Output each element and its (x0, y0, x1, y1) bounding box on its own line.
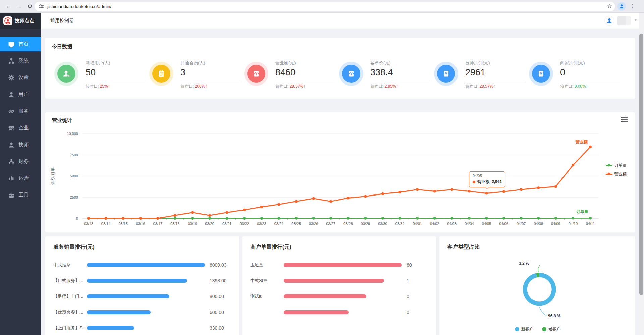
old-customer-dot-icon (542, 327, 546, 331)
site-settings-icon[interactable] (39, 4, 44, 9)
ranking-bar (284, 279, 384, 283)
sidebar-item-operations[interactable]: 运营 (0, 171, 41, 185)
ranking-bar-track (87, 310, 205, 314)
header-dropdown-caret-icon[interactable]: ▾ (635, 18, 637, 22)
svg-text:03/30: 03/30 (378, 222, 387, 226)
browser-profile-avatar[interactable] (617, 2, 626, 11)
ranking-row-value: 60 (407, 262, 412, 268)
ranking-bar (87, 263, 205, 267)
sidebar-item-system[interactable]: 系统 (0, 54, 41, 68)
page-scrollbar-track[interactable] (639, 13, 644, 335)
ranking-bar-track (87, 294, 205, 298)
ranking-row-label: 中式SPA (250, 278, 284, 284)
sidebar-item-tools[interactable]: 工具 (0, 188, 41, 202)
page-scrollbar-thumb[interactable] (639, 34, 643, 295)
svg-text:03/22: 03/22 (240, 222, 249, 226)
stat-value: 50 (86, 67, 145, 78)
app-header: 技师点点 通用控制器 ▾ (0, 13, 644, 29)
browser-menu-kebab-icon[interactable]: ⋮ (630, 3, 635, 9)
ranking-row-label: 【上门服务】S... (53, 325, 87, 331)
stat-delta: 较昨日: 28.57%↑ (275, 83, 335, 89)
bookmark-star-icon[interactable]: ☆ (607, 3, 612, 10)
legend-item-new-customer[interactable]: 新客户 (515, 326, 533, 332)
delta-value: 25% (100, 84, 108, 89)
delta-prefix: 较昨日: (465, 84, 478, 89)
user-avatar[interactable] (604, 16, 614, 26)
up-arrow-icon: ↑ (493, 84, 495, 89)
browser-back-button[interactable]: ← (3, 1, 13, 11)
ranking-row-value: 800.00 (210, 294, 224, 299)
main-content: 今日数据 新增用户(人) 50 较昨日: 25%↑ 开通会员(人) (41, 29, 644, 335)
chart-tooltip: 04/05 营业额: 2,961 (469, 171, 505, 187)
yuan-badge-icon: ¥ (247, 65, 265, 83)
svg-text:04/11: 04/11 (586, 222, 595, 226)
browser-forward-button[interactable]: → (14, 1, 24, 11)
sidebar-item-label: 服务 (18, 108, 29, 114)
merchant-order-ranking-card: 商户单量排行(元) 玉足堂 60 中式SPA 1 测试lu 0 (242, 236, 436, 335)
sidebar-item-services[interactable]: 服务 (0, 104, 41, 118)
sidebar-nav: 首页 系统 设置 用户 服务 企业 技师 财务 运营 工具 (0, 29, 41, 335)
svg-text:10,000: 10,000 (67, 132, 78, 136)
merchant-ranking-list[interactable]: 玉足堂 60 中式SPA 1 测试lu 0 (250, 257, 428, 320)
delta-prefix: 较昨日: (275, 84, 288, 89)
legend-label: 老客户 (548, 326, 560, 332)
ranking-row: 中式SPA 1 (250, 273, 428, 288)
up-arrow-icon: ↑ (205, 84, 207, 89)
svg-text:金额/订单: 金额/订单 (50, 167, 55, 185)
legend-item-old-customer[interactable]: 老客户 (542, 326, 560, 332)
address-bar[interactable]: jishidiandian.douketui.cn/admin/ (35, 2, 615, 11)
app-logo-icon (3, 16, 12, 25)
ranking-bar-track (284, 263, 402, 267)
svg-text:03/31: 03/31 (395, 222, 405, 226)
sidebar-item-technicians[interactable]: 技师 (0, 137, 41, 152)
service-ranking-list[interactable]: 中式推拿 6000.03 【日式服务】... 1393.00 【足疗】上门...… (53, 257, 231, 335)
revenue-chart-canvas[interactable]: 025005000750010,00003/1303/1403/1503/160… (45, 122, 635, 233)
gear-icon (8, 75, 14, 81)
svg-text:03/18: 03/18 (170, 222, 180, 226)
sidebar-item-users[interactable]: 用户 (0, 87, 41, 102)
revenue-statistics-card: 营业统计 025005000750010,00003/1303/1403/150… (45, 112, 635, 232)
ranking-row: 测试lu 0 (250, 288, 428, 304)
svg-text:¥: ¥ (445, 72, 447, 76)
shop-icon (8, 125, 14, 131)
legend-item-revenue[interactable]: 营业额 (606, 171, 627, 177)
stat-new-members: 开通会员(人) 3 较昨日: 200%↑ (150, 60, 245, 89)
ranking-row-value: 1393.00 (210, 278, 227, 283)
ranking-row: 玉足堂 60 (250, 257, 428, 273)
svg-text:04/01: 04/01 (413, 222, 422, 226)
customer-type-card: 客户类型占比 3.2 % 96.8 % 新客户 老客户 (439, 236, 635, 335)
up-arrow-icon: ↑ (108, 84, 110, 89)
svg-text:03/17: 03/17 (153, 222, 163, 226)
stats-row: 新增用户(人) 50 较昨日: 25%↑ 开通会员(人) 3 较昨日: 200%… (52, 60, 628, 89)
stat-label: 客单价(元) (370, 60, 430, 66)
header-image-placeholder[interactable] (617, 16, 631, 25)
svg-text:03/25: 03/25 (291, 222, 301, 226)
sidebar-item-home[interactable]: 首页 (0, 37, 41, 51)
stat-revenue: ¥ 营业额(元) 8460 较昨日: 28.57%↑ (245, 60, 340, 89)
browser-reload-button[interactable] (25, 1, 35, 11)
delta-prefix: 较昨日: (560, 84, 573, 89)
url-text[interactable]: jishidiandian.douketui.cn/admin/ (47, 4, 111, 9)
donut-legend: 新客户 老客户 (515, 326, 569, 332)
ranking-row-value: 600.00 (210, 310, 224, 315)
stat-new-users: 新增用户(人) 50 较昨日: 25%↑ (55, 60, 150, 89)
svg-text:03/23: 03/23 (257, 222, 266, 226)
sidebar-item-enterprise[interactable]: 企业 (0, 121, 41, 135)
svg-text:03/24: 03/24 (274, 222, 284, 226)
svg-text:03/21: 03/21 (222, 222, 232, 226)
legend-item-orders[interactable]: 订单量 (606, 163, 627, 168)
customer-type-donut-canvas[interactable] (502, 253, 576, 326)
svg-text:03/16: 03/16 (136, 222, 145, 226)
ranking-row-value: 6000.03 (210, 262, 227, 268)
user-avatar-icon (606, 17, 613, 24)
svg-text:5000: 5000 (70, 174, 78, 178)
sidebar-item-settings[interactable]: 设置 (0, 70, 41, 85)
stat-value: 8460 (275, 67, 335, 78)
link-icon (8, 108, 14, 114)
new-customer-percent: 96.8 % (548, 314, 560, 318)
revenue-series-marker-icon (606, 174, 612, 175)
app-logo[interactable]: 技师点点 (0, 13, 41, 29)
ranking-row: 0 (250, 304, 428, 320)
sidebar-item-finance[interactable]: 财务 (0, 154, 41, 169)
svg-text:04/09: 04/09 (551, 222, 560, 226)
